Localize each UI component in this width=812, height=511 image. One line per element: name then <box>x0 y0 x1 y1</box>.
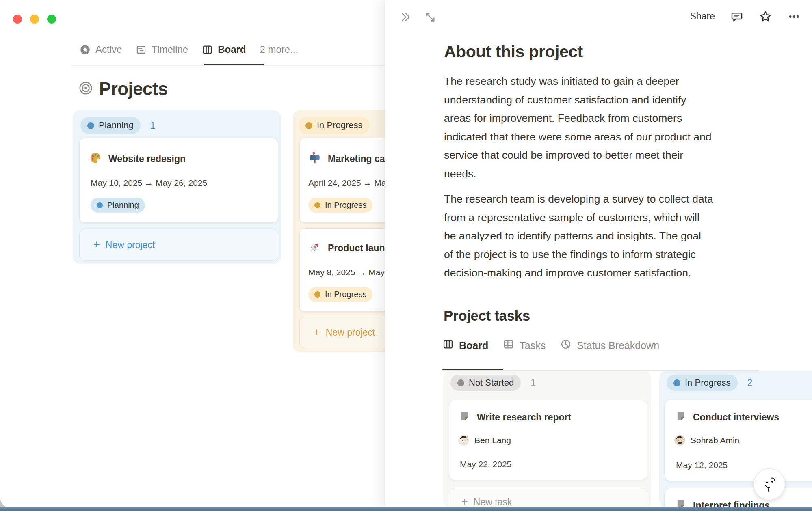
close-window-button[interactable] <box>13 15 22 24</box>
column-count: 2 <box>747 377 753 388</box>
new-project-label: New project <box>106 239 155 250</box>
page-icon <box>459 411 470 424</box>
new-project-button-planning[interactable]: + New project <box>79 229 278 261</box>
database-view-tabs: Active Timeline Board 2 more... <box>80 44 298 55</box>
tab-label: Board <box>459 340 488 351</box>
close-peek-double-chevron-icon[interactable] <box>398 9 413 25</box>
card-date: May 22, 2025 <box>460 459 511 469</box>
tab-active-view[interactable]: Active <box>80 44 122 55</box>
status-dot <box>314 291 320 298</box>
card-status-tag: In Progress <box>308 287 372 302</box>
tab-label: Active <box>95 44 122 55</box>
page-title-text: Projects <box>99 79 168 99</box>
target-icon <box>78 80 93 97</box>
tasks-tab-table[interactable]: Tasks <box>503 339 546 352</box>
status-dot <box>305 122 312 129</box>
plus-icon: + <box>93 239 100 250</box>
card-status-tag: Planning <box>91 198 145 213</box>
page-title: Projects <box>78 79 168 99</box>
tabs-divider <box>72 65 385 66</box>
project-card-website-redesign[interactable]: Website redesign May 10, 2025 → May 26, … <box>79 138 278 222</box>
board-icon <box>202 44 213 55</box>
card-date-range: May 8, 2025 → May <box>308 267 385 277</box>
status-dot <box>457 379 464 386</box>
card-date-range: May 10, 2025 → May 26, 2025 <box>91 178 207 188</box>
notion-ai-button[interactable] <box>754 468 785 500</box>
assignee-name: Sohrab Amin <box>691 436 739 445</box>
comments-icon[interactable] <box>729 9 745 25</box>
status-pie-icon <box>560 339 572 352</box>
tab-label: 2 more... <box>260 44 299 55</box>
column-header-pill-planning[interactable]: Planning <box>80 117 141 134</box>
minimize-window-button[interactable] <box>30 15 39 24</box>
tab-label: Timeline <box>152 44 188 55</box>
status-dot <box>314 202 320 208</box>
status-label: Planning <box>107 201 139 210</box>
zoom-window-button[interactable] <box>47 15 56 24</box>
window-controls <box>13 15 56 24</box>
share-button[interactable]: Share <box>689 9 717 24</box>
column-name: In Progress <box>685 377 731 388</box>
column-header-pill-in-progress[interactable]: In Progress <box>299 117 370 134</box>
peek-toolbar-left <box>398 9 438 25</box>
mailbox-emoji-icon <box>308 151 321 166</box>
column-count: 1 <box>531 377 536 388</box>
about-heading: About this project <box>444 42 583 61</box>
new-project-label: New project <box>326 327 375 338</box>
column-name: In Progress <box>317 120 363 131</box>
new-task-button[interactable]: + New task <box>449 488 647 508</box>
timeline-icon <box>136 44 147 55</box>
tasks-tab-board[interactable]: Board <box>442 339 488 352</box>
column-name: Not Started <box>469 377 514 388</box>
status-dot <box>97 202 103 208</box>
tasks-view-tabs: Board Tasks Status Breakdown <box>442 339 659 352</box>
star-badge-icon <box>80 44 91 55</box>
task-card-interpret-findings[interactable]: Interpret findings <box>665 488 812 508</box>
expand-page-icon[interactable] <box>422 9 438 25</box>
card-title: Write research report <box>477 412 571 423</box>
tabs-divider <box>442 370 759 371</box>
favorite-star-icon[interactable] <box>757 8 774 25</box>
column-name: Planning <box>99 120 134 131</box>
project-tasks-heading: Project tasks <box>444 308 530 324</box>
card-title: Conduct interviews <box>693 412 779 423</box>
avatar-ben-lang <box>458 435 469 446</box>
table-icon <box>503 339 514 352</box>
more-options-icon[interactable] <box>786 9 802 25</box>
column-header-pill-not-started[interactable]: Not Started <box>450 375 521 391</box>
tab-label: Board <box>218 44 246 55</box>
tab-more-views[interactable]: 2 more... <box>260 44 299 55</box>
column-count: 1 <box>150 120 156 131</box>
page-icon <box>675 499 686 508</box>
avatar-sohrab-amin <box>674 435 685 446</box>
status-dot <box>673 379 680 386</box>
task-card-conduct-interviews[interactable]: Conduct interviews Sohrab Amin May 12, 2… <box>665 400 812 481</box>
plus-icon: + <box>461 496 468 507</box>
status-label: In Progress <box>325 290 366 299</box>
status-dot <box>87 122 94 129</box>
peek-toolbar-right: Share <box>689 8 802 25</box>
card-title: Marketing ca <box>328 153 385 164</box>
board-icon <box>442 339 454 352</box>
about-paragraph-2: The research team is developing a survey… <box>444 190 765 282</box>
tab-timeline-view[interactable]: Timeline <box>136 44 188 55</box>
about-paragraph-1: The research study was initiated to gain… <box>444 72 765 183</box>
task-card-write-research-report[interactable]: Write research report Ben Lang May 22, 2… <box>449 400 647 480</box>
card-title: Product laun <box>328 243 385 254</box>
assignee-name: Ben Lang <box>474 436 511 445</box>
rocket-emoji-icon <box>308 241 321 255</box>
palette-emoji-icon <box>89 151 102 166</box>
page-icon <box>675 411 686 424</box>
screenshot-root: Active Timeline Board 2 more... <box>0 0 812 511</box>
side-peek-panel: Share About this project The research st… <box>385 0 812 508</box>
card-date: May 12, 2025 <box>676 460 728 470</box>
status-label: In Progress <box>325 201 366 210</box>
new-task-label: New task <box>474 497 512 508</box>
notion-window: Active Timeline Board 2 more... <box>0 0 812 508</box>
column-header-pill-in-progress[interactable]: In Progress <box>667 375 738 391</box>
tab-label: Tasks <box>520 340 546 351</box>
ai-face-icon <box>760 475 779 494</box>
card-date-range: April 24, 2025 → Ma <box>308 178 386 188</box>
tab-board-view[interactable]: Board <box>202 44 246 55</box>
tasks-tab-status-breakdown[interactable]: Status Breakdown <box>560 339 659 352</box>
